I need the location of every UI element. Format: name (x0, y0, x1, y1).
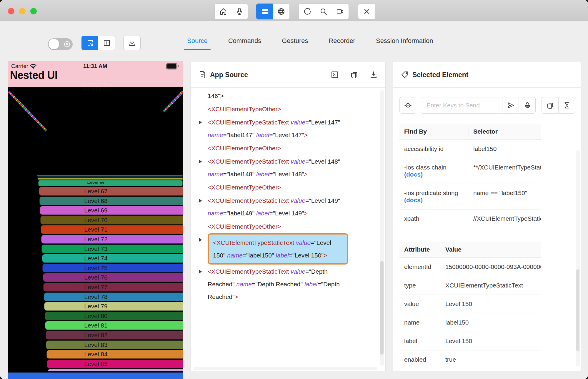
expand-arrow-spacer (199, 181, 208, 185)
home-button[interactable] (214, 4, 232, 19)
xml-node[interactable]: <XCUIElementTypeStaticText value="Level … (191, 116, 385, 141)
xml-node[interactable]: <XCUIElementTypeStaticText value="Depth … (191, 265, 385, 303)
attribute-name: type (399, 276, 441, 295)
find-by-col-header: Find By (399, 124, 469, 139)
refresh-button[interactable] (299, 4, 316, 19)
xml-source-tree: 146"><XCUIElementTypeOther><XCUIElementT… (191, 88, 385, 303)
apps-grid-button[interactable] (256, 4, 274, 19)
traffic-light-close[interactable] (8, 8, 14, 14)
xml-node[interactable]: <XCUIElementTypeOther> (191, 103, 385, 115)
source-horizontal-scrollbar[interactable] (194, 367, 377, 370)
nested-borders-left (8, 91, 47, 132)
attribute-row: enabledtrue (399, 350, 541, 369)
xml-node[interactable]: <XCUIElementTypeOther> (191, 142, 385, 154)
add-frame-icon (103, 39, 111, 47)
tab-source[interactable]: Source (185, 35, 209, 50)
nested-views-area[interactable]: Level 8 Level 66Level 67Level 68Level 69… (8, 87, 183, 371)
send-icon (507, 102, 514, 109)
globe-button[interactable] (273, 4, 290, 19)
clear-button[interactable] (519, 97, 536, 114)
expand-arrow-icon[interactable] (199, 233, 208, 242)
copy-icon[interactable] (350, 71, 358, 79)
xml-node[interactable]: <XCUIElementTypeOther> (191, 220, 385, 233)
find-by-table: Find By Selector accessibility idlabel15… (399, 124, 541, 228)
level-label: Level 67 (40, 188, 152, 195)
toggle-off-icon (64, 41, 71, 48)
tab-recorder[interactable]: Recorder (327, 35, 357, 50)
battery-icon (166, 63, 177, 69)
find-by-strategy: xpath (399, 210, 469, 228)
traffic-light-zoom[interactable] (30, 8, 37, 14)
copy-attributes-button[interactable] (542, 97, 558, 114)
app-source-title: App Source (210, 71, 248, 79)
expand-arrow-icon[interactable] (199, 194, 208, 203)
home-icon (219, 7, 227, 16)
xml-node[interactable]: <XCUIElementTypeOther> (191, 181, 385, 194)
expand-arrow-icon[interactable] (199, 155, 208, 164)
level-label: Level 66 (40, 181, 152, 184)
compressed-level-strip (38, 179, 183, 180)
level-label: Level 85 (40, 360, 152, 368)
xml-node[interactable]: 146"> (191, 89, 385, 102)
file-icon (198, 71, 206, 79)
selected-panel-scrollbar[interactable] (576, 150, 580, 366)
selector-value: label150 (469, 140, 541, 158)
expand-arrow-spacer (199, 220, 208, 225)
element-actions-row (399, 97, 581, 114)
microphone-button[interactable] (231, 4, 248, 19)
tag-icon (401, 71, 409, 79)
xml-node[interactable]: <XCUIElementTypeStaticText value="Level … (191, 194, 385, 220)
send-keys-input[interactable] (421, 97, 502, 114)
source-vertical-scrollbar[interactable] (380, 90, 384, 366)
docs-link[interactable]: (docs) (404, 197, 464, 204)
screenshot-interaction-toggle[interactable] (48, 38, 73, 50)
xml-node-selected[interactable]: <XCUIElementTypeStaticText value="Level … (191, 233, 385, 265)
level-label: Level 71 (40, 226, 152, 233)
wait-for-element-button[interactable] (558, 97, 575, 114)
video-camera-icon (336, 7, 344, 16)
expand-arrow-icon[interactable] (199, 265, 208, 274)
download-icon[interactable] (369, 71, 378, 79)
expand-arrow-icon[interactable] (199, 116, 208, 124)
level-label: Level 86 (40, 370, 152, 371)
search-button[interactable] (315, 4, 332, 19)
attribute-row: elementId15000000-0000-0000-093A-0000000… (399, 258, 541, 276)
tab-commands[interactable]: Commands (226, 35, 263, 50)
attribute-value: true (441, 350, 541, 369)
depth-label-blob: Level 8 (83, 87, 107, 92)
swipe-by-coordinates-button[interactable] (98, 36, 115, 50)
selected-element-header: Selected Element (393, 62, 581, 88)
xml-node-text: <XCUIElementTypeOther> (208, 103, 348, 115)
attribute-value: Level 150 (441, 332, 541, 350)
attribute-name: name (399, 313, 441, 332)
attribute-col-header: Attribute (399, 242, 441, 257)
terminal-icon[interactable] (331, 71, 339, 79)
attribute-row: labelLevel 150 (399, 332, 541, 350)
wifi-icon (30, 64, 36, 69)
level-label: Level 79 (40, 303, 152, 310)
xml-node-text: <XCUIElementTypeStaticText value="Level … (208, 116, 348, 141)
locate-element-button[interactable] (399, 97, 416, 114)
tab-session-information[interactable]: Session Information (374, 35, 435, 50)
phone-header: Carrier 11:31 AM Nested UI (8, 61, 183, 87)
find-by-row: xpath//XCUIElementTypeStaticText[@n (399, 210, 541, 228)
attributes-table: Attribute Value elementId15000000-0000-0… (399, 242, 541, 369)
select-element-button[interactable] (81, 36, 99, 50)
expand-arrow-spacer (199, 89, 208, 94)
refresh-icon (303, 7, 312, 16)
device-screenshot-panel[interactable]: Carrier 11:31 AM Nested UI Level 8 Level… (8, 61, 183, 379)
level-label: Level 74 (40, 255, 152, 262)
quit-session-button[interactable] (358, 4, 375, 19)
traffic-light-minimize[interactable] (19, 8, 26, 14)
docs-link[interactable]: (docs) (404, 171, 464, 178)
send-keys-button[interactable] (502, 97, 519, 114)
level-label: Level 80 (40, 312, 152, 320)
attribute-value: Level 150 (441, 295, 541, 313)
download-screenshot-button[interactable] (123, 36, 141, 50)
record-video-button[interactable] (332, 4, 349, 19)
compressed-level-strip (37, 177, 183, 177)
tab-gestures[interactable]: Gestures (280, 35, 310, 50)
xml-node-text: <XCUIElementTypeStaticText value="Depth … (208, 265, 348, 303)
xml-node[interactable]: <XCUIElementTypeStaticText value="Level … (191, 155, 385, 180)
attribute-name: elementId (399, 258, 441, 276)
